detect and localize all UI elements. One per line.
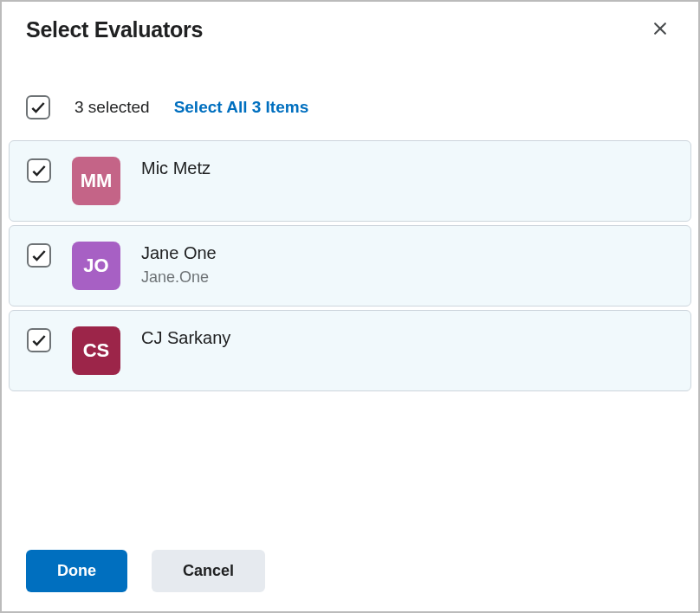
avatar-initials: JO <box>83 255 108 277</box>
item-text: CJ Sarkany <box>141 326 230 348</box>
avatar: CS <box>72 326 120 375</box>
item-text: Mic Metz <box>141 157 211 178</box>
item-name: CJ Sarkany <box>141 328 230 348</box>
item-name: Jane One <box>141 243 217 263</box>
item-name: Mic Metz <box>141 158 211 178</box>
select-all-checkbox[interactable] <box>26 95 50 119</box>
list-item[interactable]: JO Jane One Jane.One <box>9 225 691 306</box>
close-icon <box>651 20 669 40</box>
avatar-initials: CS <box>83 339 110 362</box>
list-item[interactable]: MM Mic Metz <box>9 140 691 222</box>
select-evaluators-dialog: Select Evaluators 3 selected Select All … <box>2 2 698 611</box>
avatar: MM <box>72 157 120 205</box>
dialog-footer: Done Cancel <box>2 531 698 611</box>
item-checkbox[interactable] <box>27 328 51 352</box>
list-item[interactable]: CS CJ Sarkany <box>9 310 691 391</box>
item-text: Jane One Jane.One <box>141 242 217 287</box>
avatar: JO <box>72 242 120 290</box>
dialog-header: Select Evaluators <box>2 2 698 43</box>
dialog-title: Select Evaluators <box>26 17 203 42</box>
selected-count: 3 selected <box>75 98 150 117</box>
avatar-initials: MM <box>81 170 113 192</box>
evaluator-list: MM Mic Metz JO Jane One Jane.One CS <box>2 140 698 395</box>
item-checkbox[interactable] <box>27 158 51 183</box>
cancel-button[interactable]: Cancel <box>152 550 265 592</box>
select-all-button[interactable]: Select All 3 Items <box>174 98 309 117</box>
item-subtext: Jane.One <box>141 268 217 287</box>
item-checkbox[interactable] <box>27 243 51 268</box>
close-button[interactable] <box>646 16 674 43</box>
selection-bar: 3 selected Select All 3 Items <box>2 43 698 140</box>
done-button[interactable]: Done <box>26 550 127 592</box>
